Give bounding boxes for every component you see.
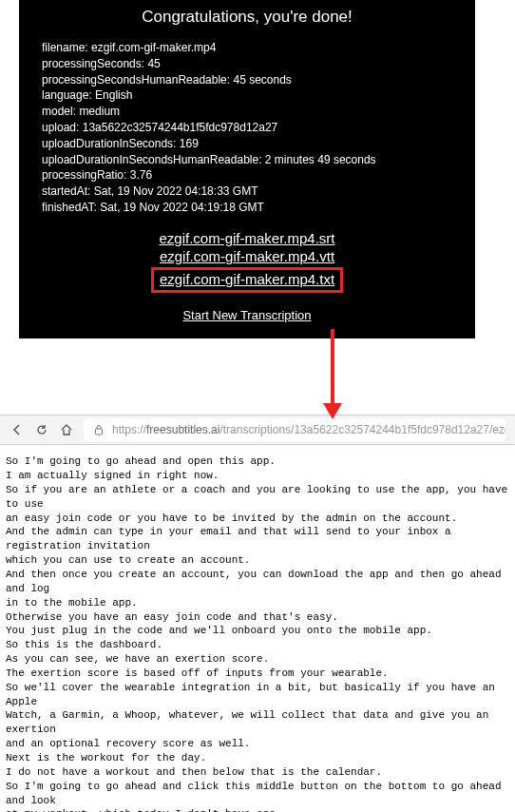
completion-panel: Congratulations, you're done! filename: …: [19, 0, 475, 338]
url-bar[interactable]: https://freesubtitles.ai/transcriptions/…: [84, 418, 505, 441]
download-vtt-link[interactable]: ezgif.com-gif-maker.mp4.vtt: [160, 247, 334, 266]
arrow-down-icon: [314, 329, 352, 424]
download-txt-link[interactable]: ezgif.com-gif-maker.mp4.txt: [160, 270, 334, 289]
svg-rect-2: [96, 429, 103, 435]
start-new-wrap: Start New Transcription: [38, 306, 456, 323]
browser-toolbar: https://freesubtitles.ai/transcriptions/…: [0, 415, 515, 445]
meta-block: filename: ezgif.com-gif-maker.mp4 proces…: [42, 40, 456, 216]
download-srt-link[interactable]: ezgif.com-gif-maker.mp4.srt: [159, 229, 334, 248]
refresh-icon[interactable]: [34, 422, 49, 437]
url-text: https://freesubtitles.ai/transcriptions/…: [112, 423, 505, 436]
annotation-arrow-zone: [0, 338, 515, 415]
congrats-heading: Congratulations, you're done!: [38, 8, 456, 27]
download-txt-highlight: ezgif.com-gif-maker.mp4.txt: [151, 267, 343, 294]
back-icon[interactable]: [10, 422, 25, 437]
lock-icon: [93, 422, 105, 437]
home-icon[interactable]: [59, 422, 74, 437]
svg-marker-1: [323, 403, 342, 419]
start-new-link[interactable]: Start New Transcription: [182, 308, 311, 322]
download-links: ezgif.com-gif-maker.mp4.srt ezgif.com-gi…: [38, 229, 456, 294]
transcript-text: So I'm going to go ahead and open this a…: [0, 445, 515, 812]
